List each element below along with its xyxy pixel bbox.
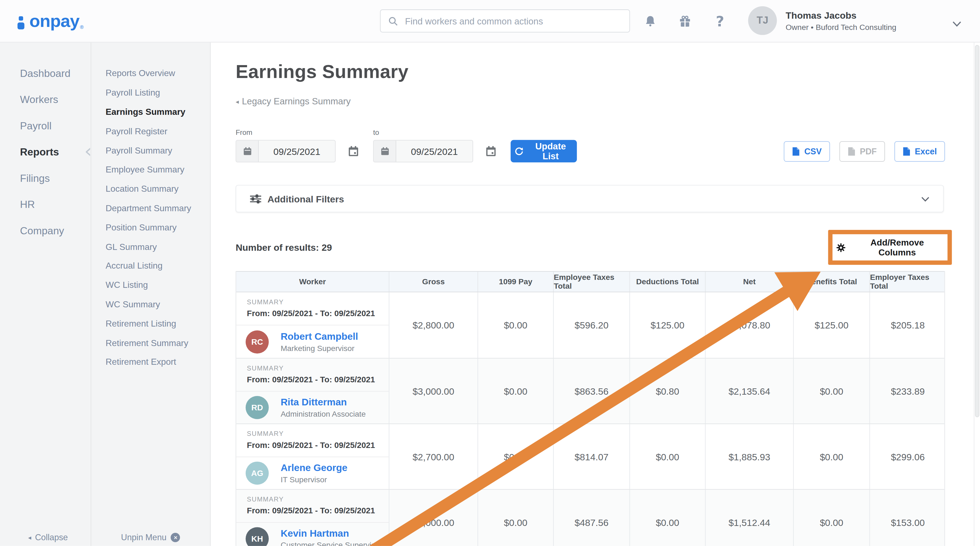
additional-filters-toggle[interactable]: Additional Filters	[235, 185, 944, 212]
worker-text: Rita DittermanAdministration Associate	[281, 397, 366, 419]
worker-text: Kevin HartmanCustomer Service Supervisor	[281, 528, 382, 546]
unpin-close-icon: ×	[171, 533, 180, 542]
submenu-item-payroll-listing[interactable]: Payroll Listing	[91, 83, 210, 102]
unpin-label: Unpin Menu	[121, 533, 167, 542]
header-icons: ?	[643, 0, 727, 43]
submenu-item-retirement-listing[interactable]: Retirement Listing	[91, 314, 210, 333]
sidebar-item-reports[interactable]: Reports	[0, 139, 91, 165]
gift-icon[interactable]	[678, 14, 692, 28]
primary-nav: DashboardWorkersPayrollReportsFilingsHRC…	[0, 43, 91, 546]
submenu-item-gl-summary[interactable]: GL Summary	[91, 237, 210, 256]
column-header-employee-taxes-total: Employee Taxes Total	[553, 271, 629, 292]
row-summary: SUMMARYFrom: 09/25/2021 - To: 09/25/2021	[236, 490, 389, 523]
worker-identity: AGArlene GeorgeIT Supervisor	[236, 457, 389, 489]
submenu-item-earnings-summary[interactable]: Earnings Summary	[91, 102, 210, 121]
worker-name-link[interactable]: Arlene George	[281, 462, 347, 473]
sidebar-item-filings[interactable]: Filings	[0, 165, 91, 191]
summary-date-range: From: 09/25/2021 - To: 09/25/2021	[247, 308, 388, 318]
annotation-highlight-box: Add/Remove Columns	[828, 230, 952, 265]
help-icon[interactable]: ?	[713, 13, 728, 29]
submenu-item-position-summary[interactable]: Position Summary	[91, 217, 210, 237]
to-date-input[interactable]	[373, 140, 473, 162]
submenu-item-payroll-summary[interactable]: Payroll Summary	[91, 141, 210, 160]
submenu-item-retirement-export[interactable]: Retirement Export	[91, 352, 210, 371]
notifications-bell-icon[interactable]	[643, 14, 658, 28]
worker-text: Arlene GeorgeIT Supervisor	[281, 462, 347, 484]
active-section-pointer-icon: ‹	[84, 142, 92, 160]
sidebar-item-payroll[interactable]: Payroll	[0, 112, 91, 139]
worker-cell: SUMMARYFrom: 09/25/2021 - To: 09/25/2021…	[236, 490, 389, 546]
column-header-employer-taxes-total: Employer Taxes Total	[869, 271, 945, 292]
onpay-logo[interactable]: onpay ®	[18, 8, 84, 35]
sidebar-item-company[interactable]: Company	[0, 217, 91, 244]
worker-name-link[interactable]: Rita Ditterman	[281, 397, 366, 408]
search-input[interactable]	[404, 15, 622, 27]
file-csv-icon	[792, 147, 800, 156]
submenu-item-accrual-listing[interactable]: Accrual Listing	[91, 256, 210, 275]
user-menu[interactable]: TJ Thomas Jacobs Owner • Buford Tech Con…	[748, 6, 896, 35]
update-list-label: Update List	[528, 141, 573, 161]
submenu-item-location-summary[interactable]: Location Summary	[91, 179, 210, 198]
export-pdf-button[interactable]: PDF	[839, 141, 885, 162]
sidebar-item-workers[interactable]: Workers	[0, 86, 91, 113]
legacy-earnings-summary-link[interactable]: ◂ Legacy Earnings Summary	[235, 96, 351, 106]
column-header-deductions-total: Deductions Total	[629, 271, 705, 292]
to-date-value[interactable]	[396, 145, 473, 157]
to-calendar-button[interactable]	[485, 146, 496, 157]
collapse-button[interactable]: ◂ Collapse	[0, 533, 68, 542]
submenu-item-payroll-register[interactable]: Payroll Register	[91, 121, 210, 141]
submenu-item-wc-listing[interactable]: WC Listing	[91, 275, 210, 294]
cell-gross: $2,800.00	[389, 292, 477, 358]
column-header-benefits-total: Benefits Total	[793, 271, 869, 292]
update-list-button[interactable]: Update List	[511, 140, 577, 162]
worker-role: IT Supervisor	[281, 475, 347, 484]
submenu-item-employee-summary[interactable]: Employee Summary	[91, 160, 210, 179]
submenu-item-wc-summary[interactable]: WC Summary	[91, 294, 210, 314]
export-excel-label: Excel	[915, 147, 937, 156]
file-excel-icon	[902, 147, 910, 156]
row-summary: SUMMARYFrom: 09/25/2021 - To: 09/25/2021	[236, 359, 389, 392]
table-row: SUMMARYFrom: 09/25/2021 - To: 09/25/2021…	[236, 489, 945, 546]
from-date-input[interactable]	[235, 140, 336, 162]
vertical-scrollbar[interactable]	[974, 43, 980, 546]
export-buttons: CSVPDFExcel	[784, 141, 945, 162]
submenu-item-reports-overview[interactable]: Reports Overview	[91, 64, 210, 83]
add-remove-columns-button[interactable]: Add/Remove Columns	[832, 234, 947, 260]
sliders-icon	[250, 194, 261, 203]
sidebar-item-hr[interactable]: HR	[0, 191, 91, 217]
export-csv-button[interactable]: CSV	[784, 141, 830, 162]
scrollbar-thumb[interactable]	[975, 45, 980, 417]
cell-employer-taxes-total: $205.18	[869, 292, 945, 358]
worker-name-link[interactable]: Robert Campbell	[281, 331, 358, 342]
cell-gross: $3,000.00	[389, 359, 477, 424]
cell-employer-taxes-total: $299.06	[869, 424, 945, 489]
chevron-down-icon[interactable]	[953, 18, 961, 29]
cell-1099-pay: $0.00	[477, 490, 553, 546]
cell-gross: $2,000.00	[389, 490, 477, 546]
table-body: SUMMARYFrom: 09/25/2021 - To: 09/25/2021…	[236, 292, 945, 546]
unpin-menu-button[interactable]: Unpin Menu ×	[91, 533, 210, 542]
cell-1099-pay: $0.00	[477, 292, 553, 358]
worker-role: Marketing Supervisor	[281, 344, 358, 352]
worker-cell: SUMMARYFrom: 09/25/2021 - To: 09/25/2021…	[236, 424, 389, 489]
worker-identity: KHKevin HartmanCustomer Service Supervis…	[236, 523, 389, 546]
worker-name-link[interactable]: Kevin Hartman	[281, 528, 382, 539]
sidebar-item-dashboard[interactable]: Dashboard	[0, 60, 91, 86]
summary-date-range: From: 09/25/2021 - To: 09/25/2021	[247, 375, 388, 384]
table-row: SUMMARYFrom: 09/25/2021 - To: 09/25/2021…	[236, 292, 945, 358]
legacy-link-label: Legacy Earnings Summary	[242, 96, 351, 106]
submenu-item-retirement-summary[interactable]: Retirement Summary	[91, 333, 210, 352]
calendar-icon	[236, 141, 259, 162]
column-header-gross: Gross	[389, 271, 477, 292]
global-search[interactable]	[380, 10, 630, 32]
cell-benefits-total: $0.00	[793, 490, 869, 546]
from-date-value[interactable]	[259, 145, 335, 157]
back-arrow-icon: ◂	[235, 98, 239, 105]
additional-filters-label: Additional Filters	[267, 194, 344, 204]
column-header-worker: Worker	[236, 271, 389, 292]
to-date-group: to	[373, 129, 496, 162]
export-excel-button[interactable]: Excel	[894, 141, 945, 162]
submenu-item-department-summary[interactable]: Department Summary	[91, 198, 210, 217]
cell-gross: $2,700.00	[389, 424, 477, 489]
from-calendar-button[interactable]	[348, 146, 359, 157]
